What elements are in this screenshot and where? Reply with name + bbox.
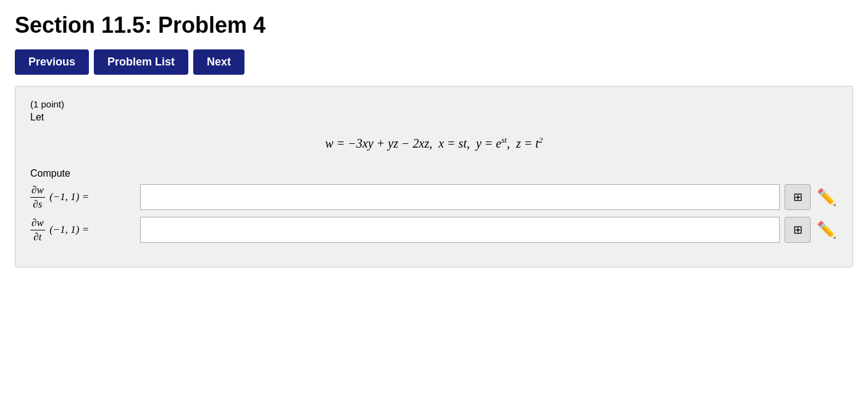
grid-button-ds[interactable]: ⊞ (785, 184, 811, 210)
partial-numerator-dt: ∂w (30, 217, 45, 230)
grid-button-dt[interactable]: ⊞ (785, 217, 811, 243)
input-row-dt: ∂w ∂t (−1, 1) = ⊞ ✏️ (30, 217, 838, 243)
partial-point-dt: (−1, 1) = (48, 224, 89, 236)
points-label: (1 point) (30, 99, 838, 109)
partial-fraction-ds: ∂w ∂s (30, 184, 45, 211)
partial-label-dt: ∂w ∂t (−1, 1) = (30, 217, 135, 243)
next-button[interactable]: Next (193, 49, 244, 75)
pencil-button-dt[interactable]: ✏️ (816, 221, 838, 240)
nav-buttons: Previous Problem List Next (15, 49, 853, 75)
partial-point-ds: (−1, 1) = (48, 191, 89, 203)
answer-input-dt[interactable] (140, 217, 780, 243)
partial-denominator-ds: ∂s (31, 198, 43, 211)
let-label: Let (30, 112, 838, 123)
pencil-button-ds[interactable]: ✏️ (816, 188, 838, 207)
formula-display: w = −3xy + yz − 2xz, x = st, y = est, z … (30, 135, 838, 151)
compute-label: Compute (30, 168, 838, 179)
answer-input-ds[interactable] (140, 184, 780, 210)
partial-fraction-dt: ∂w ∂t (30, 217, 45, 243)
problem-list-button[interactable]: Problem List (94, 49, 188, 75)
pencil-icon-dt: ✏️ (817, 221, 837, 239)
partial-denominator-dt: ∂t (32, 230, 43, 243)
partial-numerator-ds: ∂w (30, 184, 45, 198)
page-title: Section 11.5: Problem 4 (15, 12, 853, 38)
problem-box: (1 point) Let w = −3xy + yz − 2xz, x = s… (15, 86, 853, 267)
partial-label-ds: ∂w ∂s (−1, 1) = (30, 184, 135, 211)
previous-button[interactable]: Previous (15, 49, 89, 75)
grid-icon-ds: ⊞ (793, 190, 803, 204)
input-row-ds: ∂w ∂s (−1, 1) = ⊞ ✏️ (30, 184, 838, 211)
pencil-icon-ds: ✏️ (817, 188, 837, 206)
grid-icon-dt: ⊞ (793, 223, 803, 237)
